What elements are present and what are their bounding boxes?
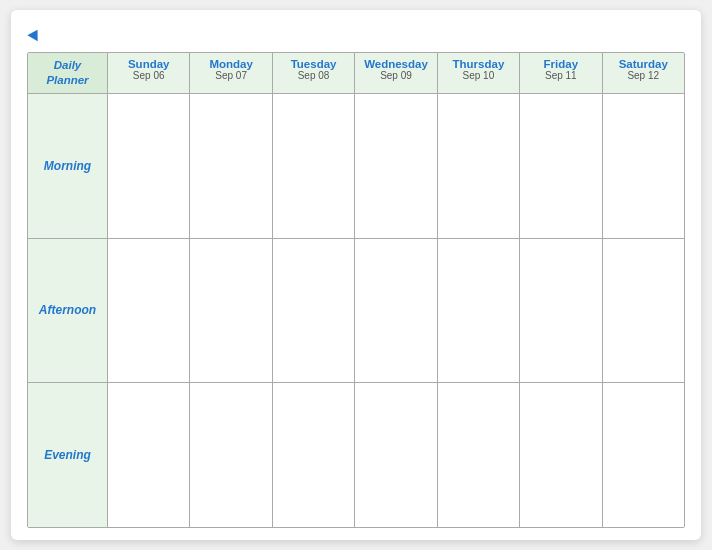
day-cell[interactable] <box>273 94 355 238</box>
body-rows: MorningAfternoonEvening <box>28 94 684 527</box>
col-header-monday: MondaySep 07 <box>190 53 272 93</box>
col-header-day-date: Sep 11 <box>522 70 599 81</box>
day-cell[interactable] <box>603 383 684 527</box>
day-cell[interactable] <box>108 239 190 383</box>
day-cell[interactable] <box>520 94 602 238</box>
day-cell[interactable] <box>520 239 602 383</box>
col-header-day-label: Friday <box>522 58 599 70</box>
col-header-day-date: Sep 12 <box>605 70 682 81</box>
time-label-afternoon: Afternoon <box>28 239 108 383</box>
col-header-friday: FridaySep 11 <box>520 53 602 93</box>
col-header-day-label: Tuesday <box>275 58 352 70</box>
time-row-evening: Evening <box>28 383 684 527</box>
col-header-daily-planner: DailyPlanner <box>28 53 108 93</box>
col-header-day-label: Monday <box>192 58 269 70</box>
day-cell[interactable] <box>438 239 520 383</box>
time-label-morning: Morning <box>28 94 108 238</box>
day-cell[interactable] <box>355 94 437 238</box>
time-label-evening: Evening <box>28 383 108 527</box>
col-header-tuesday: TuesdaySep 08 <box>273 53 355 93</box>
day-cell[interactable] <box>603 239 684 383</box>
day-cell[interactable] <box>355 239 437 383</box>
calendar-table: DailyPlannerSundaySep 06MondaySep 07Tues… <box>27 52 685 528</box>
day-cell[interactable] <box>190 383 272 527</box>
day-cell[interactable] <box>108 94 190 238</box>
header <box>27 24 685 42</box>
day-cell[interactable] <box>355 383 437 527</box>
col-header-day-label: Saturday <box>605 58 682 70</box>
col-header-day-date: Sep 09 <box>357 70 434 81</box>
day-cell[interactable] <box>438 94 520 238</box>
column-headers: DailyPlannerSundaySep 06MondaySep 07Tues… <box>28 53 684 94</box>
day-cell[interactable] <box>520 383 602 527</box>
col-header-day-label: Thursday <box>440 58 517 70</box>
col-header-day-date: Sep 08 <box>275 70 352 81</box>
day-cell[interactable] <box>108 383 190 527</box>
col-header-day-label: Sunday <box>110 58 187 70</box>
time-row-afternoon: Afternoon <box>28 239 684 384</box>
col-header-sunday: SundaySep 06 <box>108 53 190 93</box>
day-cell[interactable] <box>438 383 520 527</box>
col-header-day-date: Sep 07 <box>192 70 269 81</box>
col-header-thursday: ThursdaySep 10 <box>438 53 520 93</box>
time-row-morning: Morning <box>28 94 684 239</box>
logo-area <box>27 24 41 42</box>
col-header-day-date: Sep 10 <box>440 70 517 81</box>
col-header-saturday: SaturdaySep 12 <box>603 53 684 93</box>
day-cell[interactable] <box>603 94 684 238</box>
day-cell[interactable] <box>273 383 355 527</box>
day-cell[interactable] <box>190 239 272 383</box>
col-header-wednesday: WednesdaySep 09 <box>355 53 437 93</box>
page: DailyPlannerSundaySep 06MondaySep 07Tues… <box>11 10 701 540</box>
col-header-day-date: Sep 06 <box>110 70 187 81</box>
logo <box>27 24 41 42</box>
day-cell[interactable] <box>190 94 272 238</box>
col-header-daily-planner-label: DailyPlanner <box>46 58 88 88</box>
day-cell[interactable] <box>273 239 355 383</box>
col-header-day-label: Wednesday <box>357 58 434 70</box>
logo-triangle-icon <box>27 26 42 41</box>
